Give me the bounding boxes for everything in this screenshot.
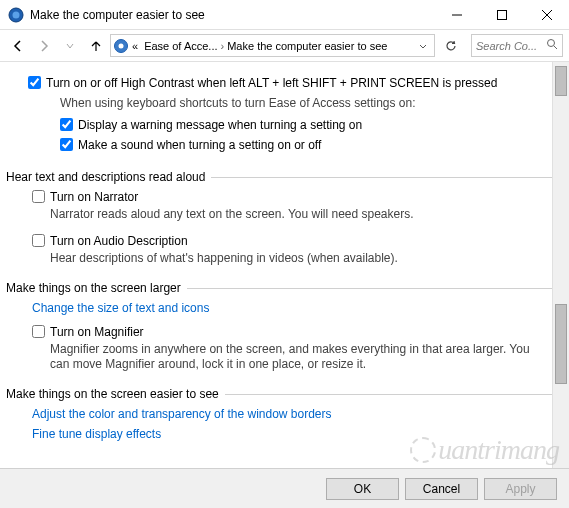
shortcut-description: When using keyboard shortcuts to turn Ea… (60, 96, 555, 112)
ok-button[interactable]: OK (326, 478, 399, 500)
apply-button[interactable]: Apply (484, 478, 557, 500)
navbar: « Ease of Acce... › Make the computer ea… (0, 30, 569, 62)
adjust-color-link[interactable]: Adjust the color and transparency of the… (32, 407, 332, 421)
audio-desc-desc: Hear descriptions of what's happening in… (50, 251, 555, 267)
sound-label: Make a sound when turning a setting on o… (78, 138, 321, 152)
titlebar: Make the computer easier to see (0, 0, 569, 30)
search-box[interactable] (471, 34, 563, 57)
ease-of-access-icon (8, 7, 24, 23)
control-panel-icon (113, 38, 129, 54)
narrator-checkbox[interactable] (32, 190, 45, 203)
svg-line-9 (554, 46, 557, 49)
narrator-label: Turn on Narrator (50, 190, 138, 204)
breadcrumb-part-2[interactable]: Make the computer easier to see (224, 40, 390, 52)
scrollbar-thumb[interactable] (555, 66, 567, 96)
content-area: Turn on or off High Contrast when left A… (0, 62, 569, 468)
forward-button[interactable] (32, 34, 56, 58)
svg-rect-3 (497, 10, 506, 19)
section-larger: Make things on the screen larger (6, 281, 555, 295)
dialog-footer: OK Cancel Apply (0, 468, 569, 508)
high-contrast-checkbox[interactable] (28, 76, 41, 89)
search-input[interactable] (476, 40, 536, 52)
narrator-desc: Narrator reads aloud any text on the scr… (50, 207, 555, 223)
breadcrumb-dropdown[interactable] (414, 41, 432, 51)
warning-checkbox[interactable] (60, 118, 73, 131)
high-contrast-label: Turn on or off High Contrast when left A… (46, 76, 497, 90)
section-hear: Hear text and descriptions read aloud (6, 170, 555, 184)
minimize-button[interactable] (434, 0, 479, 30)
search-icon[interactable] (546, 38, 558, 53)
warning-label: Display a warning message when turning a… (78, 118, 362, 132)
recent-dropdown[interactable] (58, 34, 82, 58)
breadcrumb-part-1[interactable]: Ease of Acce... (141, 40, 220, 52)
change-size-link[interactable]: Change the size of text and icons (32, 301, 209, 315)
scrollbar[interactable] (552, 62, 569, 468)
section-easier: Make things on the screen easier to see (6, 387, 555, 401)
close-button[interactable] (524, 0, 569, 30)
magnifier-desc: Magnifier zooms in anywhere on the scree… (50, 342, 533, 373)
breadcrumb[interactable]: « Ease of Acce... › Make the computer ea… (110, 34, 435, 57)
sound-checkbox[interactable] (60, 138, 73, 151)
maximize-button[interactable] (479, 0, 524, 30)
audio-desc-checkbox[interactable] (32, 234, 45, 247)
scrollbar-thumb-2[interactable] (555, 304, 567, 384)
magnifier-checkbox[interactable] (32, 325, 45, 338)
magnifier-label: Turn on Magnifier (50, 325, 144, 339)
window-title: Make the computer easier to see (30, 8, 434, 22)
svg-point-7 (119, 43, 124, 48)
refresh-button[interactable] (439, 34, 463, 58)
fine-tune-link[interactable]: Fine tune display effects (32, 427, 161, 441)
up-button[interactable] (84, 34, 108, 58)
audio-desc-label: Turn on Audio Description (50, 234, 188, 248)
breadcrumb-prefix: « (129, 40, 141, 52)
cancel-button[interactable]: Cancel (405, 478, 478, 500)
back-button[interactable] (6, 34, 30, 58)
svg-point-1 (13, 11, 20, 18)
svg-point-8 (548, 40, 555, 47)
